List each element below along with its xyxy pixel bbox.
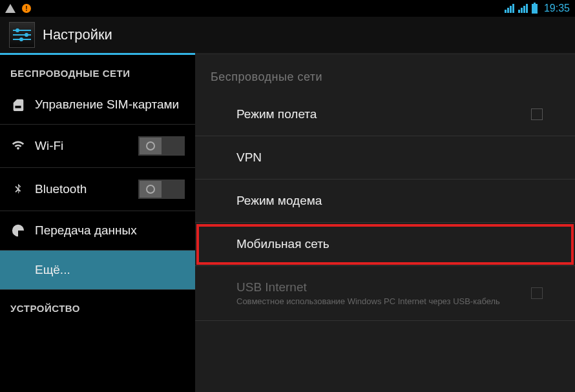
sidebar-item-data-usage[interactable]: Передача данных: [0, 211, 195, 251]
content-item-vpn[interactable]: VPN: [195, 136, 575, 180]
bluetooth-icon: [10, 181, 26, 197]
content-section-header: Беспроводные сети: [195, 55, 575, 93]
sidebar-item-label: Управление SIM-картами: [35, 98, 185, 112]
wifi-icon: [10, 138, 26, 154]
battery-icon: [532, 4, 538, 14]
airplane-checkbox[interactable]: [531, 108, 543, 120]
content-item-label: USB Internet: [236, 280, 500, 294]
signal-icon: [505, 4, 514, 13]
sidebar-item-bluetooth[interactable]: Bluetooth: [0, 168, 195, 211]
content-item-label: VPN: [236, 150, 262, 165]
wifi-toggle[interactable]: [138, 136, 185, 156]
section-header-wireless: БЕСПРОВОДНЫЕ СЕТИ: [0, 55, 195, 85]
content-item-tethering[interactable]: Режим модема: [195, 180, 575, 223]
bluetooth-toggle[interactable]: [138, 180, 185, 199]
sidebar-item-label: Передача данных: [35, 223, 185, 238]
warning-icon: [5, 4, 16, 13]
settings-icon: [9, 22, 35, 48]
sidebar-item-wifi[interactable]: Wi-Fi: [0, 125, 195, 168]
content-item-usb-internet: USB Internet Совместное использование Wi…: [195, 266, 575, 321]
content-item-airplane[interactable]: Режим полета: [195, 93, 575, 136]
alert-icon: !: [22, 4, 31, 13]
content-item-label: Режим модема: [236, 194, 322, 208]
page-title: Настройки: [43, 26, 112, 43]
content-item-label: Мобильная сеть: [236, 237, 329, 251]
sidebar-item-more[interactable]: Ещё...: [0, 251, 195, 290]
section-header-device: УСТРОЙСТВО: [0, 290, 195, 320]
usb-internet-checkbox: [531, 287, 543, 299]
sim-card-icon: [10, 97, 26, 112]
sidebar-item-sim[interactable]: Управление SIM-картами: [0, 85, 195, 125]
data-usage-icon: [10, 223, 26, 238]
content-item-mobile-network[interactable]: Мобильная сеть: [195, 223, 575, 266]
signal-icon: [518, 4, 528, 13]
clock: 19:35: [544, 3, 570, 14]
settings-sidebar: БЕСПРОВОДНЫЕ СЕТИ Управление SIM-картами…: [0, 55, 195, 392]
app-header: Настройки: [0, 17, 575, 53]
status-bar[interactable]: ! 19:35: [0, 0, 575, 17]
content-item-sublabel: Совместное использование Windows PC Inte…: [236, 296, 500, 306]
blank-icon: [10, 262, 26, 278]
content-item-label: Режим полета: [236, 107, 317, 121]
settings-content: Беспроводные сети Режим полета VPN Режим…: [195, 55, 575, 392]
sidebar-item-label: Ещё...: [35, 263, 185, 277]
sidebar-item-label: Bluetooth: [35, 182, 129, 196]
sidebar-item-label: Wi-Fi: [35, 139, 129, 153]
